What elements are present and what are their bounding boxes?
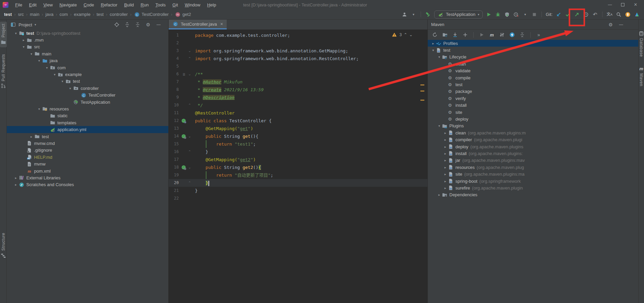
next-warning-icon[interactable]: ⌄ [409, 32, 413, 37]
maven-item-jar[interactable]: ▸mjar(org.apache.maven.plugins:mav [428, 157, 638, 164]
maven-item-surefire[interactable]: ▸msurefire(org.apache.maven.plugin [428, 184, 638, 191]
breadcrumb-main[interactable]: main [30, 12, 39, 17]
translate-icon[interactable]: 文A [607, 11, 613, 18]
project-item-com[interactable]: ▾com [7, 64, 168, 71]
fold-marker-icon[interactable]: ⌄ [187, 163, 192, 171]
breadcrumb-src[interactable]: src [18, 12, 24, 17]
fold-marker-icon[interactable]: ⌃ [187, 148, 192, 156]
tree-chevron-icon[interactable]: ▾ [13, 31, 19, 35]
fold-marker-icon[interactable]: ⌄ [187, 47, 192, 55]
menu-refactor[interactable]: Refactor [97, 2, 121, 7]
maven-item-test[interactable]: ▾mtest [428, 47, 638, 53]
spring-mapping-icon[interactable] [181, 165, 187, 170]
hide-panel-icon[interactable]: — [618, 22, 624, 28]
project-item-templates[interactable]: templates [7, 119, 168, 126]
stop-button-icon[interactable] [531, 11, 537, 18]
menu-code[interactable]: Code [80, 2, 97, 7]
project-item-help-md[interactable]: MDHELP.md [7, 154, 168, 160]
close-icon[interactable]: × [630, 1, 641, 9]
menu-file[interactable]: File [12, 2, 26, 7]
menu-tools[interactable]: Tools [152, 2, 169, 7]
select-opened-file-icon[interactable] [114, 22, 120, 28]
execute-maven-goal-icon[interactable]: m [489, 32, 495, 38]
profiler-dropdown-icon[interactable]: ▾ [522, 11, 528, 18]
search-everywhere-icon[interactable] [616, 11, 622, 18]
project-item-scratches-and-consoles[interactable]: ▸Scratches and Consoles [7, 181, 168, 188]
update-project-icon[interactable] [556, 11, 562, 18]
breadcrumb-com[interactable]: com [60, 12, 68, 17]
maven-item-site[interactable]: ▸msite(org.apache.maven.plugins:ma [428, 171, 638, 177]
maven-item-deploy[interactable]: ▸mdeploy(org.apache.maven.plugins [428, 143, 638, 150]
tree-chevron-icon[interactable]: ▸ [13, 183, 19, 186]
tool-window-button-project[interactable]: Project [0, 22, 7, 47]
history-icon[interactable] [583, 11, 589, 18]
maven-item-profiles[interactable]: ▸Profiles [428, 40, 638, 47]
project-item-test[interactable]: ▾test [7, 78, 168, 85]
tab-testcontroller-java[interactable]: C TestController.java × [169, 20, 227, 29]
project-item-test[interactable]: ▸test [7, 133, 168, 140]
expand-all-icon[interactable] [124, 22, 130, 28]
warning-stripe-mark[interactable] [420, 91, 424, 92]
close-icon[interactable]: × [220, 21, 223, 27]
doc-list-icon[interactable]: ≣ [181, 72, 187, 77]
fold-marker-icon[interactable]: ⌃ [187, 55, 192, 62]
tree-chevron-icon[interactable]: ▾ [430, 48, 436, 52]
tree-chevron-icon[interactable]: ▸ [13, 176, 19, 180]
tree-chevron-icon[interactable]: ▸ [443, 131, 448, 135]
warning-stripe-mark[interactable] [420, 100, 424, 101]
project-item-testcontroller[interactable]: CTestController [7, 92, 168, 99]
tree-chevron-icon[interactable]: ▸ [443, 152, 448, 155]
tool-window-button-maven[interactable]: mMaven [638, 64, 644, 89]
tree-chevron-icon[interactable]: ▸ [443, 145, 448, 149]
chevron-down-icon[interactable]: ▾ [34, 23, 36, 26]
tree-chevron-icon[interactable]: ▸ [443, 186, 448, 190]
editor[interactable]: C TestController.java × 1package com.exa… [169, 20, 427, 303]
toggle-skip-tests-icon[interactable] [499, 32, 505, 38]
project-item-example[interactable]: ▾example [7, 71, 168, 78]
minimize-icon[interactable]: — [604, 1, 616, 9]
fold-marker-icon[interactable]: ⌃ [187, 179, 192, 187]
maven-item-validate[interactable]: ⚙validate [428, 68, 638, 74]
tree-chevron-icon[interactable]: ▸ [443, 179, 448, 183]
tree-chevron-icon[interactable]: ▾ [437, 124, 442, 128]
ide-update-icon[interactable] [625, 11, 631, 18]
maven-item-dependencies[interactable]: ▸Dependencies [428, 192, 638, 198]
tree-chevron-icon[interactable]: ▾ [67, 86, 73, 90]
project-item-resources[interactable]: ▾resources [7, 105, 168, 112]
project-item-src[interactable]: ▾src [7, 44, 168, 50]
maven-item-deploy[interactable]: ⚙deploy [428, 116, 638, 122]
collapse-all-icon[interactable] [135, 22, 141, 28]
run-with-coverage-icon[interactable] [504, 11, 510, 18]
maven-item-compiler[interactable]: ▸mcompiler(org.apache.maven.plugi [428, 136, 638, 143]
breadcrumb-test[interactable]: test [96, 12, 104, 17]
collapse-all-icon[interactable] [519, 32, 525, 38]
maven-item-clean[interactable]: ▸mclean(org.apache.maven.plugins:m [428, 129, 638, 136]
maven-item-plugins[interactable]: ▾mPlugins [428, 123, 638, 129]
tree-chevron-icon[interactable]: ▾ [52, 73, 58, 76]
tree-chevron-icon[interactable]: ▸ [443, 172, 448, 176]
tree-chevron-icon[interactable]: ▾ [437, 55, 442, 59]
breadcrumb-get2[interactable]: mget2 [175, 11, 191, 18]
project-item--gitignore[interactable]: .gitignore [7, 147, 168, 154]
run-button-icon[interactable] [486, 11, 492, 18]
profiler-icon[interactable] [513, 11, 519, 18]
tool-window-button-pull-requests[interactable]: Pull Requests [0, 52, 7, 91]
toggle-offline-mode-icon[interactable] [509, 32, 515, 38]
fold-marker-icon[interactable]: ⌄ [187, 70, 192, 78]
tool-window-button-database[interactable]: Database [638, 28, 644, 59]
project-item-mvnw[interactable]: mvnw [7, 160, 168, 167]
maven-item-install[interactable]: ▸minstall(org.apache.maven.plugins: [428, 150, 638, 157]
rollback-icon[interactable]: ↶ [592, 11, 598, 18]
fold-marker-icon[interactable]: ⌄ [187, 132, 192, 140]
breadcrumb-testcontroller[interactable]: CTestController [134, 11, 169, 18]
project-item-java[interactable]: ▾java [7, 57, 168, 64]
breadcrumb-example[interactable]: example [74, 12, 90, 17]
tree-chevron-icon[interactable]: ▸ [443, 138, 448, 142]
tool-window-button-structure[interactable]: Structure [0, 231, 7, 260]
project-item--mvn[interactable]: ▸.mvn [7, 36, 168, 43]
tree-chevron-icon[interactable]: ▸ [28, 135, 34, 138]
tree-chevron-icon[interactable]: ▸ [443, 166, 448, 169]
menu-window[interactable]: Window [181, 2, 204, 7]
project-item-test[interactable]: ▾testD:\java-springboot\test [7, 30, 168, 36]
reload-all-maven-projects-icon[interactable] [432, 32, 438, 38]
